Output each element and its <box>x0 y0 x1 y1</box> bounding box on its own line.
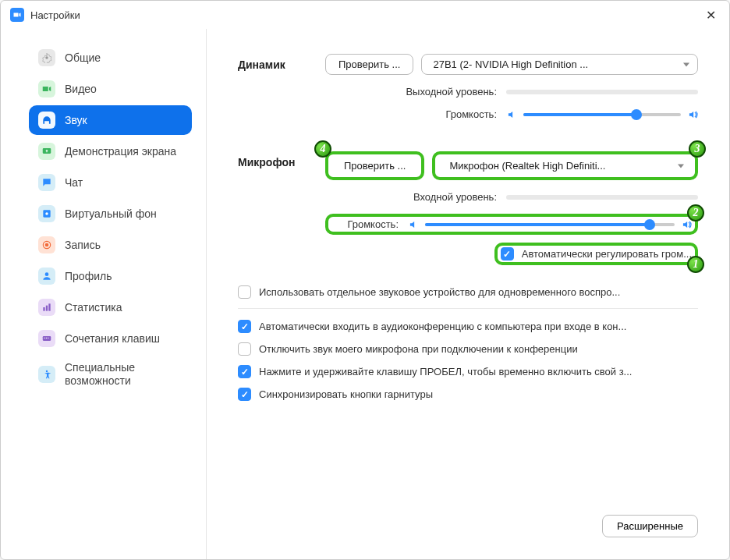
auto-adjust-checkbox-row[interactable]: Автоматически регулировать гром... <box>501 247 692 261</box>
sidebar-item-label: Сочетания клавиш <box>65 332 160 345</box>
sidebar-item-label: Чат <box>65 176 83 189</box>
sidebar-item-label: Виртуальный фон <box>65 207 157 220</box>
share-screen-icon <box>38 143 55 160</box>
keyboard-icon <box>38 330 55 347</box>
checkbox-label: Автоматически входить в аудиоконференцию… <box>259 321 698 332</box>
input-level-label: Входной уровень: <box>325 191 497 203</box>
video-icon <box>38 80 55 97</box>
sidebar-item-accessibility[interactable]: Специальные возможности <box>29 355 192 394</box>
output-level-label: Выходной уровень: <box>325 86 497 97</box>
sidebar-item-label: Демонстрация экрана <box>65 145 176 158</box>
checkbox-icon <box>238 388 251 401</box>
svg-rect-8 <box>46 306 48 311</box>
checkbox-label: Синхронизировать кнопки гарнитуры <box>259 388 698 400</box>
sidebar-item-label: Общие <box>65 51 101 64</box>
sidebar-item-recording[interactable]: Запись <box>29 230 192 260</box>
mic-input-level-meter <box>506 195 698 200</box>
separate-device-checkbox[interactable]: Использовать отдельное звуковое устройст… <box>238 285 698 299</box>
chat-icon <box>38 174 55 191</box>
window-title: Настройки <box>30 9 701 21</box>
sidebar-item-label: Профиль <box>65 270 112 282</box>
svg-point-5 <box>45 243 49 247</box>
annotation-badge-4: 4 <box>314 140 331 158</box>
mic-volume-label: Громкость: <box>331 218 399 230</box>
content-pane: Динамик Проверить ... 27B1 (2- NVIDIA Hi… <box>207 29 729 559</box>
window-body: Общие Видео Звук Демонстрация экрана Чат… <box>1 29 729 559</box>
sidebar: Общие Видео Звук Демонстрация экрана Чат… <box>1 29 207 559</box>
headphones-icon <box>38 112 55 129</box>
svg-point-6 <box>45 272 49 276</box>
sidebar-item-video[interactable]: Видео <box>29 74 192 104</box>
push-to-talk-checkbox[interactable]: Нажмите и удерживайте клавишу ПРОБЕЛ, чт… <box>238 365 698 378</box>
mic-test-button[interactable]: Проверить ... <box>331 156 418 175</box>
gear-icon <box>38 49 55 66</box>
profile-icon <box>38 268 55 285</box>
checkbox-icon <box>501 247 514 261</box>
stats-icon <box>38 299 55 316</box>
sidebar-item-chat[interactable]: Чат <box>29 168 192 197</box>
sidebar-item-audio[interactable]: Звук <box>29 105 192 135</box>
svg-rect-13 <box>48 338 48 338</box>
volume-high-icon <box>687 109 698 120</box>
speaker-device-dropdown[interactable]: 27B1 (2- NVIDIA High Definition ... <box>421 54 698 75</box>
svg-point-3 <box>45 212 48 215</box>
mic-section: Микрофон 4 Проверить ... 3 Микрофон <box>238 151 698 279</box>
sidebar-item-label: Запись <box>65 239 101 251</box>
annotation-badge-2: 2 <box>687 204 704 222</box>
speaker-volume-label: Громкость: <box>325 108 497 120</box>
mic-volume-slider[interactable] <box>425 223 675 226</box>
sync-headset-checkbox[interactable]: Синхронизировать кнопки гарнитуры <box>238 388 698 401</box>
speaker-section: Динамик Проверить ... 27B1 (2- NVIDIA Hi… <box>238 54 698 131</box>
sidebar-item-label: Звук <box>65 114 87 126</box>
auto-join-audio-checkbox[interactable]: Автоматически входить в аудиоконференцию… <box>238 320 698 333</box>
sidebar-item-stats[interactable]: Статистика <box>29 292 192 322</box>
speaker-test-button[interactable]: Проверить ... <box>325 54 413 75</box>
advanced-button[interactable]: Расширенные <box>602 515 698 537</box>
svg-rect-9 <box>48 303 50 310</box>
speaker-section-label: Динамик <box>238 54 325 71</box>
svg-point-14 <box>46 370 48 372</box>
sidebar-item-share-screen[interactable]: Демонстрация экрана <box>29 136 192 166</box>
sidebar-item-general[interactable]: Общие <box>29 43 192 73</box>
checkbox-icon <box>238 320 251 333</box>
checkbox-label: Нажмите и удерживайте клавишу ПРОБЕЛ, чт… <box>259 366 698 377</box>
accessibility-icon <box>38 366 55 383</box>
speaker-output-level-meter <box>506 90 698 94</box>
sidebar-item-label: Статистика <box>65 301 122 314</box>
close-button[interactable]: ✕ <box>701 5 720 24</box>
divider <box>238 308 698 309</box>
sidebar-item-virtual-bg[interactable]: Виртуальный фон <box>29 199 192 229</box>
settings-window: Настройки ✕ Общие Видео Звук Демонстраци… <box>0 0 730 560</box>
annotation-badge-1: 1 <box>687 256 704 273</box>
checkbox-icon <box>238 365 251 378</box>
checkbox-label: Использовать отдельное звуковое устройст… <box>259 286 698 298</box>
auto-adjust-label: Автоматически регулировать гром... <box>522 248 692 260</box>
volume-low-icon <box>408 219 419 230</box>
sidebar-item-label: Видео <box>65 83 97 95</box>
svg-point-0 <box>45 56 48 59</box>
annotation-badge-3: 3 <box>689 140 706 158</box>
checkbox-label: Отключить звук моего микрофона при подкл… <box>259 343 698 355</box>
checkbox-icon <box>238 285 251 299</box>
svg-rect-7 <box>43 307 44 311</box>
record-icon <box>38 236 55 253</box>
sidebar-item-label: Специальные возможности <box>65 361 182 388</box>
volume-high-icon <box>681 219 692 230</box>
virtual-bg-icon <box>38 205 55 222</box>
app-icon <box>10 8 24 22</box>
mic-section-label: Микрофон <box>238 151 325 168</box>
volume-low-icon <box>506 109 517 120</box>
svg-rect-12 <box>46 338 47 338</box>
titlebar: Настройки ✕ <box>1 1 729 29</box>
sidebar-item-profile[interactable]: Профиль <box>29 261 192 291</box>
checkbox-icon <box>238 342 251 356</box>
speaker-volume-slider[interactable] <box>523 113 681 116</box>
mute-on-join-checkbox[interactable]: Отключить звук моего микрофона при подкл… <box>238 342 698 356</box>
svg-rect-11 <box>44 338 45 338</box>
sidebar-item-shortcuts[interactable]: Сочетания клавиш <box>29 324 192 353</box>
mic-device-dropdown[interactable]: Микрофон (Realtek High Definiti... <box>438 156 692 175</box>
